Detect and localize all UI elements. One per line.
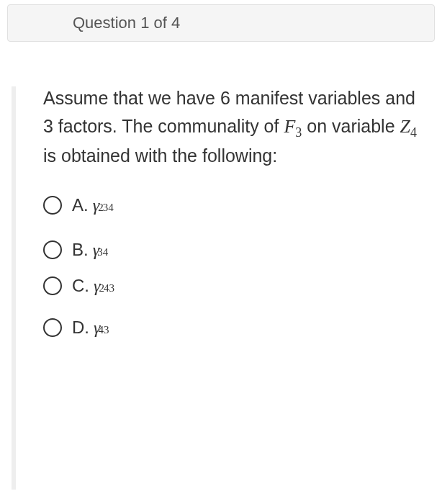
option-d-prefix: D. <box>72 318 89 338</box>
math-z4-sub: 4 <box>410 125 417 140</box>
question-counter: Question 1 of 4 <box>73 14 180 32</box>
math-f3-base: F <box>284 116 295 137</box>
math-f3-sub: 3 <box>295 125 302 140</box>
option-d-sub: 43 <box>98 324 109 336</box>
option-a-sub: 34 <box>103 202 114 214</box>
option-d-label: D. γ 43 <box>72 318 111 338</box>
question-text: Assume that we have 6 manifest variables… <box>43 85 420 169</box>
option-b-label: B. γ 34 <box>72 240 110 260</box>
option-c[interactable]: C. γ 2 43 <box>43 276 420 296</box>
radio-icon <box>43 240 62 259</box>
option-c-sub: 43 <box>104 282 114 294</box>
option-b[interactable]: B. γ 34 <box>43 240 420 260</box>
option-a-prefix: A. <box>72 195 89 215</box>
question-body: Assume that we have 6 manifest variables… <box>0 42 442 338</box>
options-list: A. γ 2 34 B. γ 34 C. γ 2 43 <box>43 195 420 338</box>
option-b-prefix: B. <box>72 240 89 260</box>
option-c-label: C. γ 2 43 <box>72 276 117 296</box>
radio-icon <box>43 276 62 295</box>
question-text-part2: on variable <box>302 116 400 136</box>
radio-icon <box>43 318 62 337</box>
math-z4: Z4 <box>400 116 417 137</box>
option-a-label: A. γ 2 34 <box>72 195 116 215</box>
question-header: Question 1 of 4 <box>7 4 435 42</box>
option-a[interactable]: A. γ 2 34 <box>43 195 420 215</box>
option-b-sub: 34 <box>97 246 108 258</box>
option-c-prefix: C. <box>72 276 89 296</box>
radio-icon <box>43 196 62 215</box>
option-d[interactable]: D. γ 43 <box>43 318 420 338</box>
math-f3: F3 <box>284 116 302 137</box>
question-text-part3: is obtained with the following: <box>43 145 277 166</box>
scroll-indicator <box>12 86 16 490</box>
math-z4-base: Z <box>400 116 410 137</box>
